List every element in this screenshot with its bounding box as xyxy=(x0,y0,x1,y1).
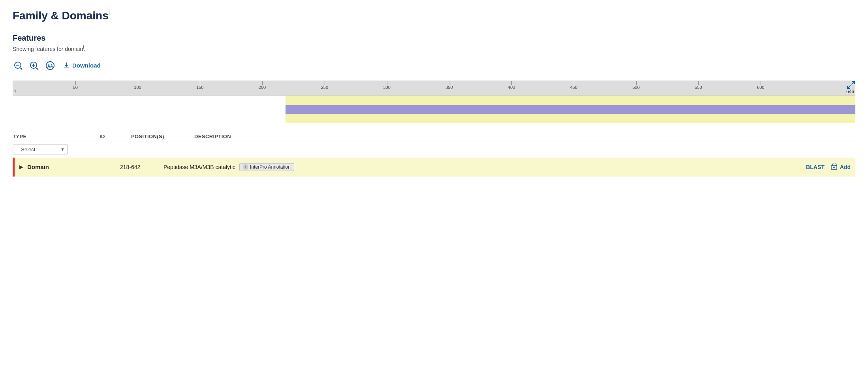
svg-line-6 xyxy=(36,68,38,70)
zoom-out-icon xyxy=(13,61,23,70)
domain-row-position: 218-642 xyxy=(120,164,163,170)
interpro-badge[interactable]: i InterPro Annotation xyxy=(239,163,294,171)
svg-line-2 xyxy=(21,68,22,70)
tick-label: 450 xyxy=(570,85,577,90)
tick-mark xyxy=(761,81,761,85)
tick-label: 250 xyxy=(321,85,328,90)
tick-label: 150 xyxy=(196,85,203,90)
type-select[interactable]: -- Select -- Domain Family Motif Region … xyxy=(13,145,68,154)
page-title-text: Family & Domains xyxy=(13,9,109,22)
tick-mark xyxy=(698,81,699,85)
download-icon xyxy=(62,62,70,70)
interpro-label: InterPro Annotation xyxy=(250,164,291,170)
tick-label: 100 xyxy=(134,85,141,90)
tick-mark xyxy=(636,81,637,85)
select-wrapper: -- Select -- Domain Family Motif Region … xyxy=(13,145,855,154)
expand-icon xyxy=(847,81,855,89)
ruler: 1 646 5010015020025030035040045050055060… xyxy=(13,81,855,96)
title-divider xyxy=(13,27,855,27)
select-container: -- Select -- Domain Family Motif Region … xyxy=(13,145,68,154)
zoom-in-button[interactable] xyxy=(28,60,39,71)
add-label: Add xyxy=(840,164,851,170)
download-button[interactable]: Download xyxy=(61,61,102,70)
svg-line-10 xyxy=(852,81,855,84)
domain-row-actions: BLAST Add xyxy=(806,164,851,171)
col-position-header: POSITION(S) xyxy=(131,133,194,139)
track-area xyxy=(13,96,855,123)
domain-row-desc: Peptidase M3A/M3B catalytic i InterPro A… xyxy=(163,163,806,171)
aa-icon: AA xyxy=(45,61,55,70)
page-container: Family & Domainsi Features Showing featu… xyxy=(0,0,868,186)
tick-label: 200 xyxy=(259,85,266,90)
blast-link[interactable]: BLAST xyxy=(806,164,825,170)
col-type-header: TYPE xyxy=(13,133,100,139)
domain-description-text: Peptidase M3A/M3B catalytic xyxy=(163,164,235,170)
tick-mark xyxy=(511,81,512,85)
tick-label: 400 xyxy=(508,85,515,90)
sequence-viewer: 1 646 5010015020025030035040045050055060… xyxy=(13,81,855,123)
tick-label: 350 xyxy=(445,85,453,90)
tick-mark xyxy=(449,81,449,85)
features-subtext-text: Showing features for domain xyxy=(13,46,83,52)
table-header-row: TYPE ID POSITION(S) DESCRIPTION xyxy=(13,131,855,141)
ruler-ticks: 50100150200250300350400450500550600 xyxy=(13,81,855,95)
tick-label: 600 xyxy=(757,85,764,90)
aa-toggle-button[interactable]: AA xyxy=(44,60,56,71)
tick-mark xyxy=(75,81,76,85)
tick-mark xyxy=(574,81,574,85)
tick-label: 500 xyxy=(632,85,639,90)
purple-band[interactable] xyxy=(286,105,855,114)
tick-mark xyxy=(262,81,263,85)
tick-label: 550 xyxy=(695,85,702,90)
toolbar: AA Download xyxy=(13,60,855,71)
features-subtext-sup: i xyxy=(83,45,84,49)
tick-label: 300 xyxy=(383,85,390,90)
add-button[interactable]: Add xyxy=(831,164,851,171)
zoom-out-button[interactable] xyxy=(13,60,24,71)
ruler-inner: 1 646 5010015020025030035040045050055060… xyxy=(13,81,855,95)
tick-mark xyxy=(138,81,138,85)
tick-mark xyxy=(200,81,200,85)
tick-mark xyxy=(325,81,325,85)
domain-row-type: Domain xyxy=(27,164,88,170)
col-id-header: ID xyxy=(100,133,131,139)
features-heading: Features xyxy=(13,34,855,43)
add-cart-icon xyxy=(831,164,838,171)
svg-text:AA: AA xyxy=(47,64,53,68)
zoom-in-icon xyxy=(29,61,39,70)
download-label: Download xyxy=(72,62,101,69)
features-subtext: Showing features for domaini. xyxy=(13,45,855,52)
title-superscript: i xyxy=(109,10,110,17)
expand-button[interactable] xyxy=(847,81,855,91)
tick-label: 50 xyxy=(73,85,78,90)
interpro-icon: i xyxy=(243,164,248,170)
page-title: Family & Domainsi xyxy=(13,9,855,22)
domain-row-toggle[interactable]: ▶ xyxy=(19,164,23,170)
table-section: TYPE ID POSITION(S) DESCRIPTION -- Selec… xyxy=(13,131,855,177)
svg-line-11 xyxy=(847,86,850,88)
tick-mark xyxy=(387,81,387,85)
domain-row: ▶ Domain 218-642 Peptidase M3A/M3B catal… xyxy=(13,158,855,177)
col-desc-header: DESCRIPTION xyxy=(194,133,855,139)
